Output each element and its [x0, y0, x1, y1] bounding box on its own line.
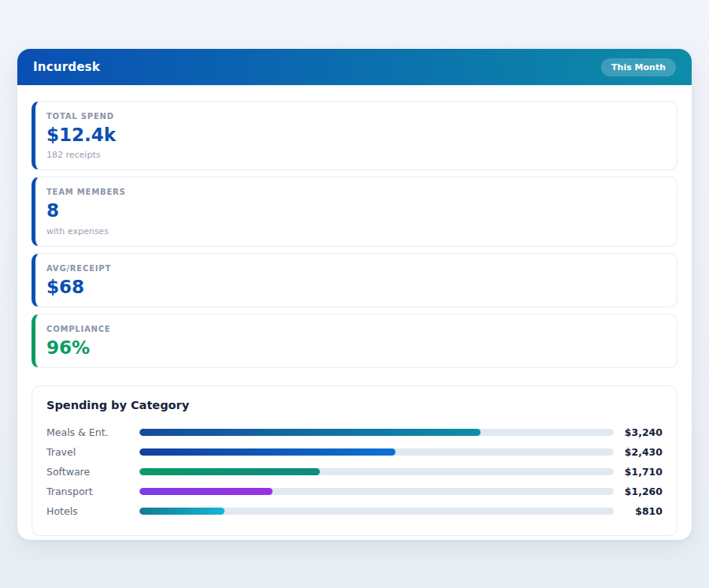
chart-row-software: Software $1,710: [46, 462, 663, 482]
stat-label: COMPLIANCE: [46, 325, 664, 333]
bar-fill: [139, 488, 273, 495]
chart-row-transport: Transport $1,260: [46, 482, 663, 501]
category-value: $3,240: [614, 426, 663, 438]
stat-label: AVG/RECEIPT: [46, 264, 664, 273]
stat-value: $12.4k: [46, 125, 664, 145]
app-header: Incurdesk This Month: [17, 49, 692, 85]
bar-track: [139, 488, 614, 495]
stat-card-team-members: TEAM MEMBERS 8 with expenses: [32, 177, 677, 246]
stat-value: $68: [46, 277, 664, 297]
period-badge[interactable]: This Month: [601, 58, 676, 76]
chart-row-travel: Travel $2,430: [46, 442, 663, 462]
category-value: $810: [614, 505, 663, 517]
dashboard-container: Incurdesk This Month TOTAL SPEND $12.4k …: [17, 49, 692, 540]
bar-fill: [139, 468, 320, 475]
stat-value: 96%: [46, 338, 664, 358]
stat-card-avg-receipt: AVG/RECEIPT $68: [32, 253, 677, 307]
stat-subtext: 182 receipts: [46, 150, 664, 160]
bar-track: [139, 468, 614, 475]
bar-fill: [139, 448, 395, 456]
dashboard-body: TOTAL SPEND $12.4k 182 receipts TEAM MEM…: [17, 85, 692, 536]
category-label: Travel: [46, 446, 139, 458]
stat-label: TOTAL SPEND: [46, 112, 664, 121]
chart-row-meals: Meals & Ent. $3,240: [46, 422, 663, 442]
app-title: Incurdesk: [33, 60, 100, 74]
category-label: Software: [46, 466, 139, 478]
stat-card-total-spend: TOTAL SPEND $12.4k 182 receipts: [32, 101, 677, 170]
bar-fill: [139, 508, 225, 515]
chart-row-hotels: Hotels $810: [46, 501, 663, 521]
bar-fill: [139, 429, 481, 436]
bar-track: [139, 429, 614, 436]
bar-track: [139, 508, 614, 515]
stat-subtext: with expenses: [46, 226, 664, 236]
stat-label: TEAM MEMBERS: [46, 188, 664, 196]
stat-card-compliance: COMPLIANCE 96%: [32, 314, 677, 368]
category-value: $1,260: [614, 486, 663, 497]
chart-title: Spending by Category: [46, 399, 663, 411]
category-value: $1,710: [614, 466, 663, 478]
stat-value: 8: [46, 201, 664, 221]
bar-track: [139, 448, 614, 456]
spending-by-category-chart: Spending by Category Meals & Ent. $3,240…: [32, 385, 677, 536]
category-value: $2,430: [614, 446, 663, 458]
category-label: Transport: [46, 486, 139, 497]
category-label: Hotels: [46, 505, 139, 517]
category-label: Meals & Ent.: [46, 426, 139, 438]
